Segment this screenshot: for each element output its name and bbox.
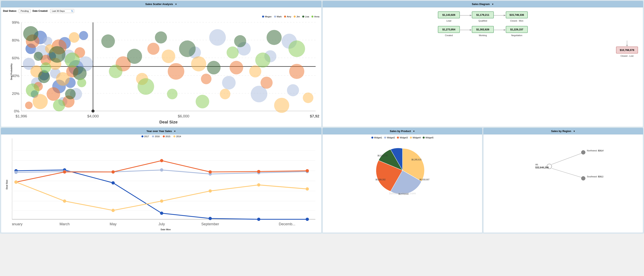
scatter-title-text: Sales Scatter Analysis: [146, 2, 173, 6]
widget5-label: Widget5: [426, 136, 434, 139]
label-2017: 2017: [144, 135, 149, 138]
svg-text:January: January: [12, 222, 23, 226]
svg-marker-103: [470, 14, 472, 16]
svg-marker-111: [626, 45, 628, 46]
svg-point-87: [267, 30, 282, 45]
svg-text:0%: 0%: [14, 109, 20, 113]
svg-text:$6,699,302: $6,699,302: [375, 178, 385, 181]
svg-point-141: [306, 218, 309, 221]
svg-point-156: [14, 180, 18, 184]
svg-point-80: [34, 52, 43, 61]
product-title[interactable]: Sales by Product ▼: [322, 128, 482, 134]
svg-point-160: [208, 189, 212, 192]
svg-point-27: [79, 31, 88, 40]
svg-point-151: [112, 170, 115, 174]
node-closed-won: $15,749,336 Closed - Won: [506, 12, 528, 22]
svg-point-94: [138, 78, 154, 95]
svg-point-152: [160, 159, 163, 162]
yoy-y-label: Deal Size: [6, 180, 8, 189]
amy-dot: [284, 16, 286, 18]
node-negotiation: $1,229,157 Negotiation: [506, 26, 528, 36]
widget4-label: Widget4: [413, 136, 421, 139]
node-negotiation-value: $1,229,157: [510, 28, 523, 31]
svg-point-44: [287, 84, 299, 96]
diagram-row2: $1,273,954 Created $1,302,626 Working: [326, 26, 640, 36]
region-title[interactable]: Sales by Region ▼: [484, 128, 643, 134]
widget2-label: Widget2: [387, 136, 395, 139]
svg-point-71: [220, 89, 230, 99]
diagram-panel: Sales Diagram ▼ $1,143,926 Lead $1,179,2…: [322, 1, 643, 127]
svg-point-58: [201, 74, 212, 84]
svg-point-79: [73, 66, 86, 80]
product-content: Widget1 Widget2 Widget3 Widget4: [322, 134, 482, 199]
node-qualified: $1,179,211 Qualified: [472, 12, 494, 22]
svg-marker-107: [470, 29, 472, 31]
svg-point-90: [53, 99, 65, 111]
svg-marker-109: [504, 29, 506, 31]
svg-text:80%: 80%: [12, 38, 20, 42]
svg-point-145: [160, 168, 163, 172]
svg-text:July: July: [158, 222, 165, 226]
date-select-wrapper: Last 30 Days Last 60 Days Last 90 Days ⇅: [50, 9, 74, 13]
scatter-title[interactable]: Sales Scatter Analysis ▼: [1, 1, 322, 8]
megan-dot: [262, 16, 264, 18]
legend-2014: 2014: [174, 135, 181, 138]
yoy-title[interactable]: Year over Year Sales ▼: [1, 128, 322, 134]
widget3-dot: [397, 136, 399, 138]
dot-2015: [163, 136, 165, 138]
node-closed-won-box: $15,749,336: [506, 12, 528, 18]
svg-point-64: [56, 72, 70, 86]
dot-2014: [174, 136, 176, 138]
arrow3: [460, 28, 472, 32]
product-title-text: Sales by Product: [390, 130, 411, 132]
svg-marker-105: [504, 14, 506, 16]
legend-widget4: Widget4: [410, 136, 421, 139]
pie-chart-wrapper: $6,285,615 $6,658,687 $6,478,916 $6,699,…: [370, 140, 434, 197]
svg-text:Deal Size: Deal Size: [160, 120, 178, 124]
node-lead: $1,143,926 Lead: [438, 12, 460, 22]
node-closed-lost-value: $10,768,078: [620, 48, 634, 52]
date-created-select[interactable]: Last 30 Days Last 60 Days Last 90 Days: [50, 9, 74, 13]
scatter-legend: Megan Mark Amy Jim Lisa Anna: [1, 14, 322, 18]
node-created-value: $1,273,954: [442, 28, 455, 31]
svg-point-33: [43, 37, 52, 46]
northwest-node: [581, 150, 585, 154]
anna-label: Anna: [314, 16, 320, 18]
node-created-box: $1,273,954: [438, 26, 460, 33]
arrow4: [494, 28, 506, 32]
deal-status-button[interactable]: Pending: [19, 9, 30, 13]
diagram-row3: $10,768,078 Closed - Lost: [326, 40, 640, 57]
scatter-panel: Sales Scatter Analysis ▼ Deal Status: Pe…: [1, 1, 322, 127]
svg-point-57: [168, 63, 184, 80]
svg-point-88: [26, 84, 39, 97]
southeast-label: Southeast: $16,163,648: [587, 175, 603, 178]
legend-2017: 2017: [142, 135, 149, 138]
svg-text:$6,658,687: $6,658,687: [419, 178, 429, 181]
scatter-svg: 99% 80% 60% 40% 20% 0% $1,996 $4,000 $6,…: [10, 18, 320, 124]
svg-point-60: [260, 77, 272, 89]
svg-text:$1,996: $1,996: [16, 114, 27, 118]
svg-text:May: May: [110, 222, 117, 226]
svg-point-75: [23, 26, 38, 41]
svg-text:March: March: [60, 222, 70, 226]
node-closed-lost-label: Closed - Lost: [621, 55, 634, 57]
svg-point-158: [112, 209, 115, 212]
svg-point-73: [274, 98, 289, 113]
node-closed-lost-box: $10,768,078: [616, 46, 638, 54]
region-dropdown-arrow: ▼: [573, 130, 575, 132]
legend-amy: Amy: [284, 16, 291, 18]
scatter-dropdown-arrow: ▼: [175, 3, 177, 6]
svg-text:60%: 60%: [12, 56, 20, 60]
widget1-label: Widget1: [374, 136, 382, 139]
node-closed-lost: $10,768,078 Closed - Lost: [616, 46, 638, 57]
svg-point-72: [249, 65, 261, 77]
svg-point-161: [257, 183, 260, 186]
node-negotiation-label: Negotiation: [511, 34, 522, 36]
legend-anna: Anna: [312, 16, 320, 18]
svg-text:$6,000: $6,000: [178, 114, 189, 118]
svg-point-82: [127, 49, 142, 64]
svg-point-140: [257, 218, 260, 221]
node-closed-won-value: $15,749,336: [510, 14, 524, 16]
diagram-title[interactable]: Sales Diagram ▼: [322, 1, 643, 8]
pie-svg: $6,285,615 $6,658,687 $6,478,916 $6,699,…: [370, 140, 434, 196]
